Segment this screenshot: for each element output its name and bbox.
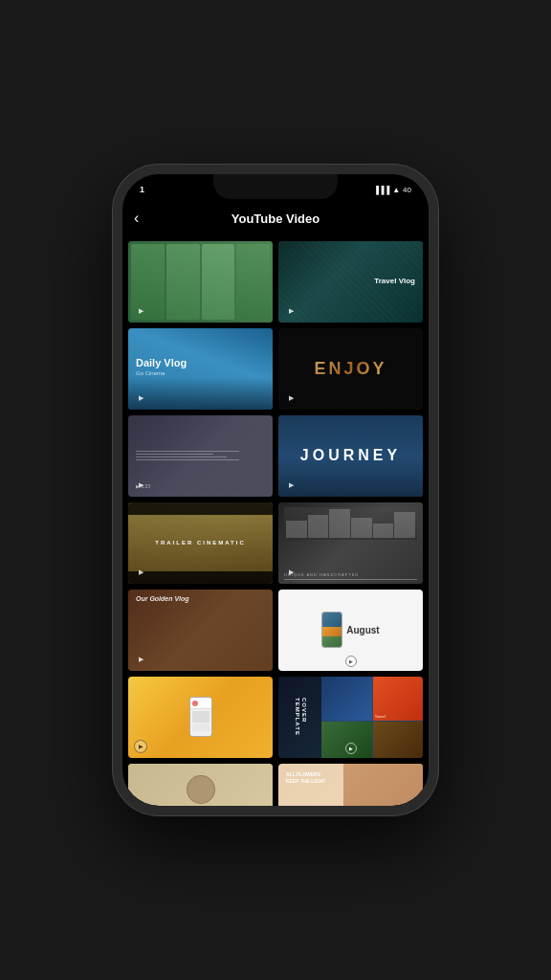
page-title: YouTube Video xyxy=(231,212,320,226)
play-icon-7[interactable] xyxy=(134,566,147,579)
content-area[interactable]: Travel Vlog Daily Vlog Go Cinema xyxy=(122,235,429,806)
back-button[interactable]: ‹ xyxy=(134,210,139,227)
thumbnail-cinematic[interactable]: ▶ 1:23 xyxy=(128,415,273,497)
thumbnail-city[interactable]: UNIQUE AND HANDCRAFTED xyxy=(278,502,423,584)
trailer-label: TRAILER CINEMATIC xyxy=(155,540,246,546)
thumbnail-travel-vlog[interactable]: Travel Vlog xyxy=(278,241,423,323)
thumbnail-cover-template[interactable]: COVERTEMPLATE Travel ▶ xyxy=(278,677,423,758)
thumbnail-golden[interactable]: Our Golden Vlog xyxy=(128,590,273,671)
enjoy-label: ENJOY xyxy=(314,359,386,379)
status-icons: ▐▐▐ ▲ 40 xyxy=(373,186,411,194)
thumbnail-yellow[interactable]: ▶ xyxy=(128,677,273,758)
play-icon-4[interactable] xyxy=(284,391,298,405)
thumbnail-1[interactable] xyxy=(128,241,273,323)
thumbnail-enjoy[interactable]: ENJOY xyxy=(278,328,423,410)
play-icon-1[interactable] xyxy=(134,304,147,318)
play-icon-2[interactable] xyxy=(284,304,298,318)
phone-frame: 1 ▐▐▐ ▲ 40 ‹ YouTube Video xyxy=(113,165,438,815)
play-icon-3[interactable] xyxy=(134,391,147,405)
battery-level: 40 xyxy=(403,186,411,194)
thumbnail-cream[interactable]: CREAM VITAMIN B5 xyxy=(128,764,273,806)
thumbnail-trailer[interactable]: TRAILER CINEMATIC xyxy=(128,502,273,584)
wifi-icon: ▲ xyxy=(392,186,400,194)
thumbnail-grid: Travel Vlog Daily Vlog Go Cinema xyxy=(128,241,423,806)
journey-label: JOURNEY xyxy=(300,447,401,464)
thumbnail-journey[interactable]: JOURNEY xyxy=(278,415,423,497)
status-time: 1 xyxy=(140,185,144,194)
daily-vlog-sublabel: Go Cinema xyxy=(136,370,165,376)
thumbnail-august[interactable]: August ▶ xyxy=(278,590,423,671)
notch xyxy=(213,174,338,199)
flowers-label: ALL FLOWERSKEEP THE LIGHT xyxy=(286,771,325,785)
daily-vlog-label: Daily Vlog xyxy=(136,357,187,368)
play-icon-9[interactable] xyxy=(134,653,147,666)
screen: 1 ▐▐▐ ▲ 40 ‹ YouTube Video xyxy=(122,174,429,806)
thumbnail-daily-vlog[interactable]: Daily Vlog Go Cinema xyxy=(128,328,273,410)
play-icon-8[interactable] xyxy=(284,566,298,579)
thumbnail-flowers[interactable]: ALL FLOWERSKEEP THE LIGHT xyxy=(278,764,423,806)
play-icon-6[interactable] xyxy=(284,479,298,492)
signal-icon: ▐▐▐ xyxy=(373,186,389,194)
travel-vlog-label: Travel Vlog xyxy=(374,277,415,286)
phone-shell: 1 ▐▐▐ ▲ 40 ‹ YouTube Video xyxy=(0,0,551,980)
play-icon-5[interactable] xyxy=(134,479,147,492)
header: ‹ YouTube Video xyxy=(122,201,429,235)
